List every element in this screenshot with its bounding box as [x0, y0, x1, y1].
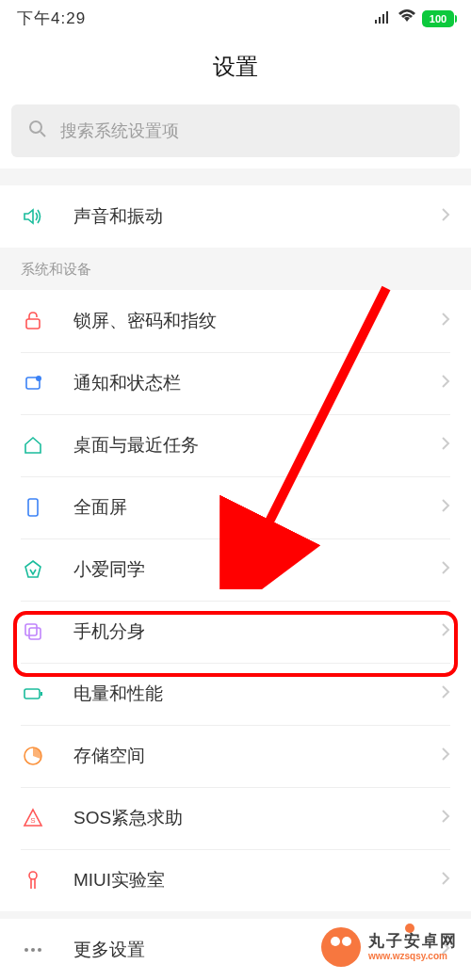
- watermark: 丸子安卓网 www.wzsqsy.com: [321, 927, 458, 967]
- lab-icon: [21, 868, 45, 892]
- list-label: 锁屏、密码和指纹: [73, 309, 413, 333]
- search-input[interactable]: [60, 121, 443, 141]
- svg-rect-11: [29, 628, 41, 639]
- fullscreen-icon: [21, 495, 45, 520]
- chevron-right-icon: [441, 684, 450, 703]
- chevron-right-icon: [441, 809, 450, 827]
- page-title: 设置: [0, 33, 471, 104]
- svg-point-17: [24, 948, 28, 952]
- svg-line-5: [41, 132, 45, 137]
- chevron-right-icon: [441, 871, 450, 890]
- list-label: 桌面与最近任务: [73, 433, 413, 458]
- status-time: 下午4:29: [17, 8, 86, 29]
- svg-rect-3: [386, 11, 388, 24]
- svg-text:S: S: [30, 816, 35, 825]
- settings-item-second-space[interactable]: 手机分身: [0, 601, 471, 663]
- chevron-right-icon: [441, 312, 450, 330]
- watermark-url: www.wzsqsy.com: [368, 951, 458, 962]
- svg-rect-6: [26, 319, 40, 329]
- sos-icon: S: [21, 806, 45, 830]
- chevron-right-icon: [441, 622, 450, 641]
- sound-icon: [21, 204, 45, 229]
- settings-item-lockscreen[interactable]: 锁屏、密码和指纹: [0, 290, 471, 352]
- settings-item-storage[interactable]: 存储空间: [0, 725, 471, 787]
- list-label: 电量和性能: [73, 682, 413, 706]
- settings-item-sos[interactable]: S SOS紧急求助: [0, 787, 471, 849]
- chevron-right-icon: [441, 560, 450, 579]
- section-header: 系统和设备: [0, 248, 471, 290]
- svg-rect-12: [24, 689, 40, 699]
- chevron-right-icon: [441, 436, 450, 455]
- svg-rect-10: [25, 624, 37, 635]
- search-bar[interactable]: [11, 104, 460, 157]
- svg-point-8: [36, 376, 41, 381]
- search-section: [0, 104, 471, 169]
- settings-item-fullscreen[interactable]: 全面屏: [0, 476, 471, 538]
- list-label: 存储空间: [73, 744, 413, 768]
- settings-item-xiaoai[interactable]: 小爱同学: [0, 538, 471, 601]
- svg-rect-2: [382, 14, 384, 24]
- svg-rect-13: [41, 692, 42, 696]
- svg-point-18: [31, 948, 35, 952]
- chevron-right-icon: [441, 207, 450, 226]
- chevron-right-icon: [441, 498, 450, 517]
- lock-icon: [21, 309, 45, 333]
- list-label: 通知和状态栏: [73, 371, 413, 395]
- storage-icon: [21, 744, 45, 768]
- svg-rect-9: [28, 499, 38, 516]
- chevron-right-icon: [441, 747, 450, 765]
- settings-group-main: 锁屏、密码和指纹 通知和状态栏 桌面与最近任务 全面屏 小爱同学 手机: [0, 290, 471, 911]
- notification-icon: [21, 371, 45, 395]
- battery-icon: 100: [422, 10, 454, 27]
- battery-perf-icon: [21, 682, 45, 706]
- list-label: SOS紧急求助: [73, 806, 413, 830]
- watermark-logo: [321, 927, 361, 967]
- chevron-right-icon: [441, 374, 450, 393]
- list-label: 全面屏: [73, 495, 413, 520]
- svg-point-16: [29, 872, 37, 879]
- home-icon: [21, 433, 45, 458]
- watermark-name: 丸子安卓网: [368, 932, 458, 951]
- settings-group-top: 声音和振动: [0, 185, 471, 248]
- settings-item-miui-lab[interactable]: MIUI实验室: [0, 849, 471, 911]
- wifi-icon: [398, 8, 416, 28]
- svg-rect-0: [375, 20, 377, 24]
- signal-icon: [375, 9, 392, 28]
- list-label: 小爱同学: [73, 557, 413, 582]
- list-label: 声音和振动: [73, 204, 413, 229]
- settings-item-notifications[interactable]: 通知和状态栏: [0, 352, 471, 414]
- settings-item-desktop[interactable]: 桌面与最近任务: [0, 414, 471, 476]
- settings-item-battery[interactable]: 电量和性能: [0, 663, 471, 725]
- second-space-icon: [21, 619, 45, 644]
- status-icons: 100: [375, 8, 454, 28]
- svg-point-4: [30, 121, 41, 133]
- svg-rect-1: [379, 17, 381, 24]
- list-label: 手机分身: [73, 619, 413, 644]
- xiaoai-icon: [21, 557, 45, 582]
- svg-point-19: [38, 948, 41, 952]
- more-icon: [21, 938, 45, 962]
- list-label: MIUI实验室: [73, 868, 413, 892]
- status-bar: 下午4:29 100: [0, 0, 471, 33]
- settings-item-sound[interactable]: 声音和振动: [0, 185, 471, 248]
- search-icon: [28, 120, 47, 142]
